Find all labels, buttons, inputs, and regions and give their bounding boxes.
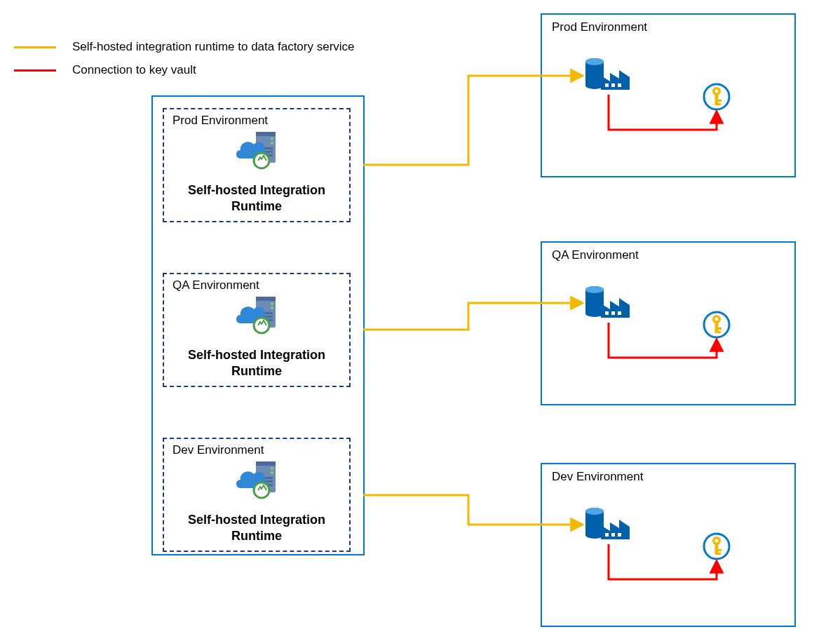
svg-point-47: [715, 90, 719, 93]
integration-runtime-icon: [235, 130, 282, 170]
env-title-prod: Prod Environment: [552, 20, 647, 34]
svg-rect-62: [718, 553, 721, 555]
svg-point-59: [715, 539, 719, 543]
svg-rect-28: [605, 83, 609, 87]
svg-rect-17: [256, 461, 276, 466]
runtime-label-dev: Self-hosted IntegrationRuntime: [182, 512, 331, 544]
integration-runtime-icon: [235, 460, 282, 499]
svg-point-15: [254, 318, 269, 333]
key-vault-icon: [703, 532, 731, 560]
svg-rect-54: [715, 322, 719, 333]
legend-label-red: Connection to key vault: [72, 63, 196, 77]
runtime-label-text: Self-hosted IntegrationRuntime: [188, 513, 325, 543]
svg-rect-55: [718, 328, 722, 330]
svg-point-19: [271, 471, 273, 474]
svg-point-2: [271, 137, 273, 140]
env-box-qa: QA Environment: [541, 241, 796, 405]
runtime-label-prod: Self-hosted IntegrationRuntime: [182, 182, 331, 214]
legend-label-yellow: Self-hosted integration runtime to data …: [72, 40, 355, 54]
svg-rect-60: [715, 544, 719, 555]
legend-line-red: [14, 69, 56, 72]
svg-point-3: [271, 142, 273, 144]
svg-point-23: [254, 483, 269, 498]
legend-line-yellow: [14, 46, 56, 48]
svg-rect-48: [715, 94, 719, 105]
svg-rect-43: [611, 533, 615, 537]
svg-rect-49: [718, 100, 722, 102]
svg-rect-50: [718, 103, 721, 105]
env-box-dev: Dev Environment: [541, 463, 796, 627]
runtime-title-dev: Dev Environment: [172, 443, 264, 457]
svg-rect-44: [618, 533, 621, 537]
svg-point-34: [585, 286, 604, 293]
svg-point-53: [715, 318, 719, 321]
svg-point-11: [271, 306, 273, 309]
runtime-label-text: Self-hosted IntegrationRuntime: [188, 348, 325, 378]
runtime-label-qa: Self-hosted IntegrationRuntime: [182, 347, 331, 379]
svg-point-41: [585, 508, 604, 515]
svg-rect-35: [605, 311, 609, 315]
key-vault-icon: [703, 83, 731, 111]
integration-runtime-icon: [235, 295, 282, 335]
runtime-title-prod: Prod Environment: [172, 114, 268, 128]
data-factory-icon: [585, 56, 631, 95]
data-factory-icon: [585, 506, 631, 544]
svg-rect-9: [256, 297, 276, 301]
svg-point-18: [271, 467, 273, 470]
env-title-dev: Dev Environment: [552, 470, 643, 484]
key-vault-icon: [703, 311, 731, 339]
env-box-prod: Prod Environment: [541, 13, 796, 177]
svg-rect-1: [256, 132, 276, 136]
svg-point-10: [271, 302, 273, 305]
svg-rect-29: [611, 83, 615, 87]
svg-point-7: [254, 153, 269, 168]
data-factory-icon: [585, 284, 631, 323]
runtime-label-text: Self-hosted IntegrationRuntime: [188, 183, 325, 213]
svg-rect-42: [605, 533, 609, 537]
env-title-qa: QA Environment: [552, 248, 639, 262]
svg-rect-37: [618, 311, 621, 315]
svg-rect-56: [718, 331, 721, 333]
runtime-title-qa: QA Environment: [172, 278, 259, 292]
svg-rect-36: [611, 311, 615, 315]
svg-rect-30: [618, 83, 621, 87]
svg-rect-61: [718, 549, 722, 551]
svg-point-27: [585, 58, 604, 65]
